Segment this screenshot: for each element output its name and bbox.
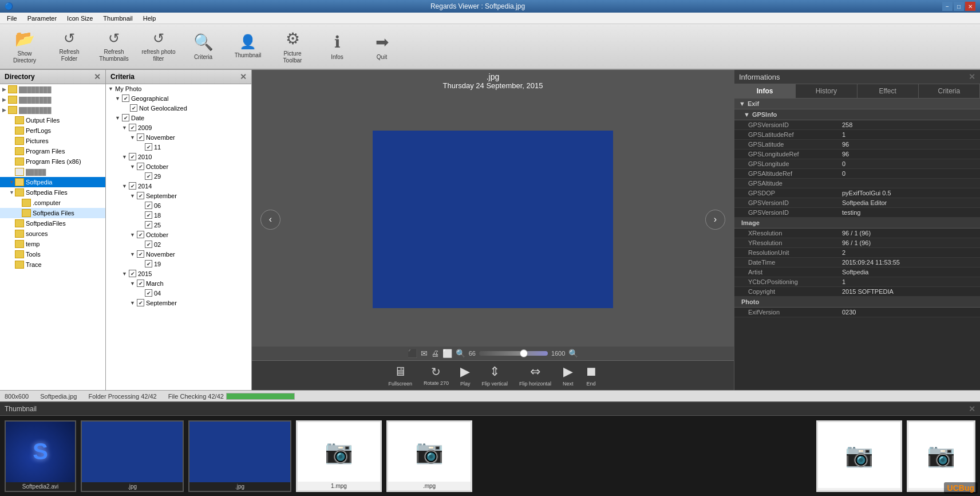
list-item[interactable]: Softpedia Files <box>0 208 105 218</box>
checkbox-icon[interactable]: ✔ <box>137 299 144 306</box>
list-item[interactable]: ✔ 19 <box>106 259 251 269</box>
flip-vertical-button[interactable]: ⇕ Flip vertical <box>482 364 508 387</box>
checkbox-icon[interactable]: ✔ <box>129 153 136 160</box>
checkbox-icon[interactable]: ✔ <box>145 172 152 180</box>
photo-section-header[interactable]: Photo <box>734 297 980 308</box>
quit-button[interactable]: ➡ Quit <box>362 26 402 66</box>
list-item[interactable]: ✔ 29 <box>106 171 251 181</box>
checkbox-icon[interactable]: ✔ <box>145 143 152 151</box>
close-button[interactable]: ✕ <box>965 2 975 11</box>
list-item[interactable]: ▼ ✔ October <box>106 162 251 171</box>
list-item[interactable]: ✔ 25 <box>106 220 251 230</box>
checkbox-icon[interactable]: ✔ <box>137 133 144 141</box>
checkbox-icon[interactable]: ✔ <box>129 182 136 190</box>
list-item[interactable]: 📷 <box>816 420 902 492</box>
list-item[interactable]: sources <box>0 229 105 239</box>
list-item[interactable]: ▼ Softpedia <box>0 177 105 187</box>
next-button[interactable]: › <box>705 210 725 230</box>
list-item[interactable]: .computer <box>0 198 105 208</box>
list-item[interactable]: ▼ ✔ 2015 <box>106 269 251 278</box>
checkbox-icon[interactable]: ✔ <box>137 231 144 238</box>
menu-parameter[interactable]: Parameter <box>23 14 61 23</box>
exif-section-header[interactable]: ▼ Exif <box>734 99 980 109</box>
picture-toolbar-button[interactable]: ⚙ Picture Toolbar <box>272 26 313 66</box>
list-item[interactable]: Trace <box>0 259 105 270</box>
flip-horizontal-button[interactable]: ⇔ Flip horizontal <box>519 364 551 387</box>
criteria-button[interactable]: 🔍 Criteria <box>183 26 223 66</box>
list-item[interactable]: ▼ ✔ 2014 <box>106 181 251 191</box>
list-item[interactable]: ✔ 02 <box>106 239 251 249</box>
menu-help[interactable]: Help <box>139 14 161 23</box>
menu-icon-size[interactable]: Icon Size <box>62 14 97 23</box>
rotate-270-button[interactable]: ↻ Rotate 270 <box>424 365 449 386</box>
list-item[interactable]: ▼ ✔ September <box>106 191 251 200</box>
list-item[interactable]: ▶ ████████ <box>0 95 105 105</box>
list-item[interactable]: Pictures <box>0 136 105 146</box>
menu-file[interactable]: File <box>2 14 22 23</box>
list-item[interactable]: ▼ ✔ November <box>106 132 251 142</box>
refresh-photo-filter-button[interactable]: ↺ refresh photo filter <box>139 26 179 66</box>
tab-infos[interactable]: Infos <box>734 84 796 98</box>
next-media-button[interactable]: ▶ Next <box>563 364 574 387</box>
checkbox-icon[interactable]: ✔ <box>145 211 152 219</box>
list-item[interactable]: S Softpedia2.avi <box>5 420 76 492</box>
list-item[interactable]: ▼ ✔ 2009 <box>106 123 251 132</box>
thumbnail-button[interactable]: 👤 Thumbnail <box>228 26 268 66</box>
list-item[interactable]: ✔ 18 <box>106 210 251 220</box>
info-panel-close-button[interactable]: ✕ <box>969 72 975 81</box>
checkbox-icon[interactable]: ✔ <box>145 202 152 209</box>
checkbox-icon[interactable]: ✔ <box>130 104 137 112</box>
refresh-folder-button[interactable]: ↺ Refresh Folder <box>49 26 89 66</box>
list-item[interactable]: ▼ Softpedia Files <box>0 187 105 198</box>
play-button[interactable]: ▶ Play <box>460 364 471 387</box>
minimize-button[interactable]: − <box>942 2 953 11</box>
checkbox-icon[interactable]: ✔ <box>129 270 136 277</box>
list-item[interactable]: .jpg <box>81 420 184 492</box>
list-item[interactable]: ✔ Not Geolocalized <box>106 103 251 113</box>
list-item[interactable]: .jpg <box>188 420 291 492</box>
list-item[interactable]: ▶ ████████ <box>0 84 105 95</box>
zoom-in-icon[interactable]: 🔍 <box>568 349 578 358</box>
list-item[interactable]: Tools <box>0 249 105 259</box>
directory-tree[interactable]: ▶ ████████ ▶ ████████ ▶ ████████ Output … <box>0 84 105 390</box>
email-icon[interactable]: ✉ <box>421 349 428 358</box>
list-item[interactable]: ▶ ████████ <box>0 105 105 115</box>
list-item[interactable]: 📷 1.mpg <box>296 420 382 492</box>
refresh-thumbnails-button[interactable]: ↺ Refresh Thumbnails <box>94 26 134 66</box>
list-item[interactable]: ▼ My Photo <box>106 84 251 93</box>
prev-button[interactable]: ‹ <box>260 210 280 230</box>
zoom-out-icon[interactable]: 🔍 <box>456 349 465 358</box>
list-item[interactable]: Program Files (x86) <box>0 156 105 167</box>
print-icon[interactable]: 🖨 <box>431 349 439 358</box>
checkbox-icon[interactable]: ✔ <box>137 163 144 170</box>
checkbox-icon[interactable]: ✔ <box>145 260 152 267</box>
crop-icon[interactable]: ⬜ <box>442 349 452 358</box>
checkbox-icon[interactable]: ✔ <box>137 192 144 199</box>
list-item[interactable]: Output Files <box>0 115 105 125</box>
checkbox-icon[interactable]: ✔ <box>122 95 129 102</box>
infos-button[interactable]: ℹ Infos <box>317 26 357 66</box>
list-item[interactable]: temp <box>0 239 105 249</box>
image-section-header[interactable]: Image <box>734 218 980 229</box>
tab-history[interactable]: History <box>796 84 857 98</box>
fullscreen-button[interactable]: 🖥 Fullscreen <box>388 364 412 387</box>
checkbox-icon[interactable]: ✔ <box>145 241 152 248</box>
end-button[interactable]: ⏹ End <box>585 364 598 387</box>
criteria-close-button[interactable]: ✕ <box>240 72 247 81</box>
criteria-tree[interactable]: ▼ My Photo ▼ ✔ Geographical ✔ Not Geoloc… <box>106 84 251 390</box>
checkbox-icon[interactable]: ✔ <box>129 124 136 131</box>
list-item[interactable]: ✔ 11 <box>106 142 251 152</box>
list-item[interactable]: ▼ ✔ Date <box>106 113 251 123</box>
list-item[interactable]: ▼ ✔ Geographical <box>106 93 251 103</box>
list-item[interactable]: ▼ ✔ October <box>106 230 251 239</box>
gpsinfo-section-header[interactable]: ▼ GPSInfo <box>734 109 980 120</box>
list-item[interactable]: SoftpediaFiles <box>0 218 105 229</box>
checkbox-icon[interactable]: ✔ <box>145 221 152 229</box>
thumbnail-close-button[interactable]: ✕ <box>969 404 975 414</box>
list-item[interactable]: ▼ ✔ September <box>106 298 251 308</box>
checkbox-icon[interactable]: ✔ <box>145 289 152 297</box>
list-item[interactable]: ✔ 06 <box>106 200 251 210</box>
checkbox-icon[interactable]: ✔ <box>122 114 129 121</box>
list-item[interactable]: ▼ ✔ 2010 <box>106 152 251 162</box>
list-item[interactable]: Program Files <box>0 146 105 156</box>
